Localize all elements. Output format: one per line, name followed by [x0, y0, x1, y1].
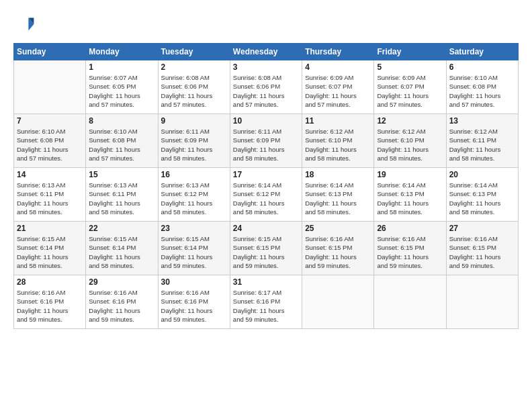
calendar-cell: 14Sunrise: 6:13 AMSunset: 6:11 PMDayligh…	[14, 168, 86, 222]
day-info: Sunrise: 6:16 AMSunset: 6:16 PMDaylight:…	[89, 288, 154, 324]
calendar-cell: 30Sunrise: 6:16 AMSunset: 6:16 PMDayligh…	[158, 275, 230, 329]
calendar-cell: 21Sunrise: 6:15 AMSunset: 6:14 PMDayligh…	[14, 222, 86, 275]
calendar-cell: 28Sunrise: 6:16 AMSunset: 6:16 PMDayligh…	[14, 275, 86, 329]
day-info: Sunrise: 6:12 AMSunset: 6:10 PMDaylight:…	[377, 127, 443, 163]
calendar-cell: 27Sunrise: 6:16 AMSunset: 6:15 PMDayligh…	[446, 222, 518, 275]
calendar-cell: 11Sunrise: 6:12 AMSunset: 6:10 PMDayligh…	[302, 114, 374, 168]
day-number: 27	[449, 224, 515, 233]
day-info: Sunrise: 6:16 AMSunset: 6:15 PMDaylight:…	[377, 234, 443, 270]
day-number: 17	[233, 170, 299, 179]
day-number: 7	[17, 116, 83, 126]
day-number: 24	[233, 224, 299, 233]
day-number: 22	[89, 224, 154, 233]
day-info: Sunrise: 6:14 AMSunset: 6:12 PMDaylight:…	[233, 181, 299, 216]
day-number: 5	[377, 62, 443, 72]
day-info: Sunrise: 6:13 AMSunset: 6:12 PMDaylight:…	[161, 181, 227, 216]
day-number: 14	[17, 170, 83, 179]
weekday-header: Saturday	[446, 44, 518, 60]
day-info: Sunrise: 6:10 AMSunset: 6:08 PMDaylight:…	[449, 73, 515, 109]
day-info: Sunrise: 6:12 AMSunset: 6:10 PMDaylight:…	[305, 127, 371, 163]
weekday-header: Monday	[86, 44, 158, 60]
day-number: 8	[89, 116, 154, 126]
day-number: 21	[17, 224, 83, 233]
day-number: 31	[233, 277, 299, 287]
calendar-cell: 4Sunrise: 6:09 AMSunset: 6:07 PMDaylight…	[302, 60, 374, 114]
calendar-cell: 24Sunrise: 6:15 AMSunset: 6:15 PMDayligh…	[230, 222, 302, 275]
calendar: SundayMondayTuesdayWednesdayThursdayFrid…	[13, 43, 519, 329]
calendar-cell: 25Sunrise: 6:16 AMSunset: 6:15 PMDayligh…	[302, 222, 374, 275]
weekday-header: Thursday	[302, 44, 374, 60]
day-number: 4	[305, 62, 371, 72]
day-info: Sunrise: 6:11 AMSunset: 6:09 PMDaylight:…	[233, 127, 299, 163]
day-number: 30	[161, 277, 227, 287]
day-info: Sunrise: 6:16 AMSunset: 6:16 PMDaylight:…	[161, 288, 227, 324]
calendar-cell: 7Sunrise: 6:10 AMSunset: 6:08 PMDaylight…	[14, 114, 86, 168]
day-number: 20	[449, 170, 515, 179]
calendar-cell: 20Sunrise: 6:14 AMSunset: 6:13 PMDayligh…	[446, 168, 518, 222]
calendar-cell: 15Sunrise: 6:13 AMSunset: 6:11 PMDayligh…	[86, 168, 158, 222]
calendar-cell: 3Sunrise: 6:08 AMSunset: 6:06 PMDaylight…	[230, 60, 302, 114]
weekday-header: Wednesday	[230, 44, 302, 60]
calendar-cell: 1Sunrise: 6:07 AMSunset: 6:05 PMDaylight…	[86, 60, 158, 114]
calendar-cell: 13Sunrise: 6:12 AMSunset: 6:11 PMDayligh…	[446, 114, 518, 168]
day-info: Sunrise: 6:15 AMSunset: 6:14 PMDaylight:…	[17, 234, 83, 270]
calendar-cell: 23Sunrise: 6:15 AMSunset: 6:14 PMDayligh…	[158, 222, 230, 275]
day-number: 28	[17, 277, 83, 287]
calendar-cell: 19Sunrise: 6:14 AMSunset: 6:13 PMDayligh…	[374, 168, 446, 222]
logo-icon	[13, 13, 35, 35]
calendar-cell	[302, 275, 374, 329]
weekday-header: Sunday	[14, 44, 86, 60]
day-number: 12	[377, 116, 443, 126]
day-info: Sunrise: 6:15 AMSunset: 6:15 PMDaylight:…	[233, 234, 299, 270]
day-info: Sunrise: 6:07 AMSunset: 6:05 PMDaylight:…	[89, 73, 154, 109]
day-info: Sunrise: 6:15 AMSunset: 6:14 PMDaylight:…	[161, 234, 227, 270]
day-number: 18	[305, 170, 371, 179]
day-info: Sunrise: 6:12 AMSunset: 6:11 PMDaylight:…	[449, 127, 515, 163]
day-info: Sunrise: 6:09 AMSunset: 6:07 PMDaylight:…	[377, 73, 443, 109]
day-number: 15	[89, 170, 154, 179]
calendar-cell: 10Sunrise: 6:11 AMSunset: 6:09 PMDayligh…	[230, 114, 302, 168]
day-info: Sunrise: 6:15 AMSunset: 6:14 PMDaylight:…	[89, 234, 154, 270]
calendar-cell: 6Sunrise: 6:10 AMSunset: 6:08 PMDaylight…	[446, 60, 518, 114]
weekday-header: Tuesday	[158, 44, 230, 60]
weekday-header: Friday	[374, 44, 446, 60]
day-number: 9	[161, 116, 227, 126]
day-info: Sunrise: 6:14 AMSunset: 6:13 PMDaylight:…	[449, 181, 515, 216]
page: SundayMondayTuesdayWednesdayThursdayFrid…	[0, 0, 532, 411]
day-info: Sunrise: 6:16 AMSunset: 6:16 PMDaylight:…	[17, 288, 83, 324]
logo	[13, 13, 38, 35]
day-info: Sunrise: 6:08 AMSunset: 6:06 PMDaylight:…	[161, 73, 227, 109]
calendar-cell: 9Sunrise: 6:11 AMSunset: 6:09 PMDaylight…	[158, 114, 230, 168]
day-info: Sunrise: 6:10 AMSunset: 6:08 PMDaylight:…	[17, 127, 83, 163]
day-number: 2	[161, 62, 227, 72]
day-info: Sunrise: 6:17 AMSunset: 6:16 PMDaylight:…	[233, 288, 299, 324]
day-info: Sunrise: 6:16 AMSunset: 6:15 PMDaylight:…	[305, 234, 371, 270]
calendar-cell	[446, 275, 518, 329]
day-number: 1	[89, 62, 154, 72]
day-number: 3	[233, 62, 299, 72]
day-number: 10	[233, 116, 299, 126]
day-info: Sunrise: 6:13 AMSunset: 6:11 PMDaylight:…	[17, 181, 83, 216]
header	[13, 13, 519, 35]
calendar-cell	[14, 60, 86, 114]
calendar-cell: 8Sunrise: 6:10 AMSunset: 6:08 PMDaylight…	[86, 114, 158, 168]
day-number: 11	[305, 116, 371, 126]
day-info: Sunrise: 6:13 AMSunset: 6:11 PMDaylight:…	[89, 181, 154, 216]
calendar-cell: 18Sunrise: 6:14 AMSunset: 6:13 PMDayligh…	[302, 168, 374, 222]
calendar-cell: 31Sunrise: 6:17 AMSunset: 6:16 PMDayligh…	[230, 275, 302, 329]
calendar-cell: 26Sunrise: 6:16 AMSunset: 6:15 PMDayligh…	[374, 222, 446, 275]
day-info: Sunrise: 6:16 AMSunset: 6:15 PMDaylight:…	[449, 234, 515, 270]
calendar-cell: 2Sunrise: 6:08 AMSunset: 6:06 PMDaylight…	[158, 60, 230, 114]
day-info: Sunrise: 6:14 AMSunset: 6:13 PMDaylight:…	[305, 181, 371, 216]
day-number: 23	[161, 224, 227, 233]
calendar-cell: 17Sunrise: 6:14 AMSunset: 6:12 PMDayligh…	[230, 168, 302, 222]
day-number: 13	[449, 116, 515, 126]
calendar-cell: 29Sunrise: 6:16 AMSunset: 6:16 PMDayligh…	[86, 275, 158, 329]
calendar-cell	[374, 275, 446, 329]
day-number: 16	[161, 170, 227, 179]
calendar-cell: 16Sunrise: 6:13 AMSunset: 6:12 PMDayligh…	[158, 168, 230, 222]
day-info: Sunrise: 6:14 AMSunset: 6:13 PMDaylight:…	[377, 181, 443, 216]
day-number: 26	[377, 224, 443, 233]
day-number: 25	[305, 224, 371, 233]
day-info: Sunrise: 6:11 AMSunset: 6:09 PMDaylight:…	[161, 127, 227, 163]
